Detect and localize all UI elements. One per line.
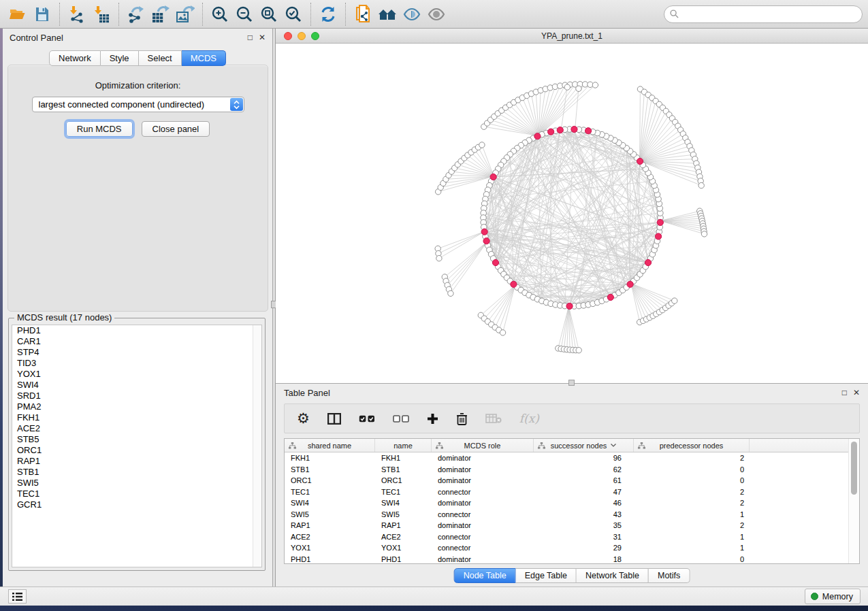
delete-icon[interactable] (456, 408, 468, 429)
float-panel-icon[interactable]: □ (248, 33, 253, 42)
table-row-yox1[interactable]: YOX1YOX1connector291 (285, 542, 859, 554)
network-window-titlebar[interactable]: YPA_prune.txt_1 (276, 29, 868, 44)
cell-predecessor-nodes: 1 (634, 533, 750, 541)
cell-mcds-role: dominator (432, 454, 534, 462)
status-bar: Memory (0, 587, 868, 606)
cell-successor-nodes: 96 (534, 454, 634, 462)
cell-successor-nodes: 35 (534, 521, 634, 529)
table-row-rap1[interactable]: RAP1RAP1dominator352 (285, 520, 859, 531)
import-network-icon[interactable] (65, 3, 89, 25)
result-node[interactable]: STP4 (12, 347, 261, 358)
result-node[interactable]: FKH1 (12, 412, 261, 423)
result-node[interactable]: SWI5 (12, 478, 261, 489)
close-panel-button[interactable]: Close panel (142, 121, 210, 137)
result-node[interactable]: TEC1 (12, 489, 261, 499)
import-table-icon[interactable] (89, 3, 114, 25)
zoom-out-icon[interactable] (232, 3, 257, 25)
run-mcds-button[interactable]: Run MCDS (66, 121, 133, 137)
column-header-successor-nodes[interactable]: successor nodes (534, 439, 634, 452)
first-neighbors-icon[interactable] (375, 3, 400, 25)
result-node[interactable]: SRD1 (12, 391, 261, 401)
result-node[interactable]: RAP1 (12, 456, 261, 467)
column-header-mcds-role[interactable]: MCDS role (432, 439, 534, 452)
cell-predecessor-nodes: 0 (634, 476, 750, 484)
table-settings-icon[interactable]: ⚙ (297, 408, 310, 429)
export-image-icon[interactable] (173, 3, 197, 25)
control-panel-title: Control Panel (10, 33, 63, 43)
toggle-graphics-details-icon[interactable] (400, 3, 424, 25)
zoom-in-icon[interactable] (208, 3, 232, 25)
search-input[interactable] (664, 5, 863, 23)
result-node[interactable]: ACE2 (12, 423, 261, 434)
optimization-criterion-select[interactable]: largest connected component (undirected) (32, 97, 244, 112)
tab-select[interactable]: Select (139, 50, 182, 66)
add-icon[interactable] (427, 408, 438, 429)
tab-motifs[interactable]: Motifs (649, 568, 690, 583)
birds-eye-view-icon[interactable] (424, 3, 449, 25)
result-node[interactable]: CAR1 (12, 336, 261, 347)
cell-name: PHD1 (375, 555, 432, 563)
float-panel-icon[interactable]: □ (842, 389, 847, 397)
mcds-result-title: MCDS result (17 nodes) (14, 312, 114, 323)
table-row-swi4[interactable]: SWI4SWI4dominator462 (285, 497, 859, 509)
tab-edge-table[interactable]: Edge Table (516, 568, 577, 583)
cell-successor-nodes: 61 (534, 476, 634, 484)
cell-shared-name: PHD1 (285, 555, 375, 563)
tab-network[interactable]: Network (49, 50, 101, 66)
zoom-selected-icon[interactable] (281, 3, 306, 25)
clone-network-icon[interactable] (351, 3, 375, 25)
result-node[interactable]: SWI4 (12, 380, 261, 391)
result-node[interactable]: ORC1 (12, 445, 261, 456)
export-network-icon[interactable] (124, 3, 148, 25)
export-table-icon[interactable] (148, 3, 173, 25)
result-node[interactable]: TID3 (12, 358, 261, 369)
open-folder-icon[interactable] (5, 3, 30, 25)
table-scrollbar[interactable] (848, 439, 859, 563)
task-history-button[interactable] (8, 589, 27, 604)
tab-mcds[interactable]: MCDS (182, 50, 226, 66)
network-canvas[interactable] (276, 44, 868, 383)
show-columns-icon[interactable] (327, 408, 341, 429)
result-node[interactable]: GCR1 (12, 499, 261, 510)
mcds-result-list[interactable]: PHD1CAR1STP4TID3YOX1SWI4SRD1PMA2FKH1ACE2… (12, 325, 262, 567)
memory-button[interactable]: Memory (805, 589, 861, 604)
cell-mcds-role: dominator (432, 476, 534, 484)
table-header-row: shared namenameMCDS rolesuccessor nodesp… (285, 439, 859, 452)
result-list-scrollbar[interactable] (253, 325, 261, 567)
table-row-orc1[interactable]: ORC1ORC1dominator610 (285, 475, 859, 486)
result-node[interactable]: PHD1 (12, 325, 261, 336)
close-panel-icon[interactable]: ✕ (259, 33, 266, 42)
close-panel-icon[interactable]: ✕ (853, 389, 860, 397)
cell-mcds-role: connector (432, 533, 534, 541)
horizontal-splitter-handle[interactable] (568, 380, 575, 386)
table-row-stb1[interactable]: STB1STB1dominator620 (285, 464, 859, 476)
table-scrollbar-thumb[interactable] (851, 442, 857, 495)
cell-shared-name: STB1 (285, 465, 375, 474)
tab-node-table[interactable]: Node Table (454, 568, 516, 583)
table-row-phd1[interactable]: PHD1PHD1dominator180 (285, 554, 859, 565)
cell-predecessor-nodes: 2 (634, 499, 750, 507)
result-node[interactable]: STB1 (12, 467, 261, 478)
column-header-filler (750, 439, 848, 452)
zoom-fit-icon[interactable] (257, 3, 281, 25)
cell-successor-nodes: 43 (534, 510, 634, 518)
table-row-fkh1[interactable]: FKH1FKH1dominator962 (285, 452, 859, 464)
save-icon[interactable] (30, 3, 54, 25)
table-row-tec1[interactable]: TEC1TEC1connector472 (285, 486, 859, 498)
tab-style[interactable]: Style (101, 50, 139, 66)
deselect-all-icon[interactable] (393, 408, 409, 429)
layout-refresh-icon[interactable] (316, 3, 340, 25)
result-node[interactable]: YOX1 (12, 369, 261, 380)
result-node[interactable]: STB5 (12, 434, 261, 445)
result-node[interactable]: PMA2 (12, 401, 261, 412)
column-header-predecessor-nodes[interactable]: predecessor nodes (634, 439, 750, 452)
cell-predecessor-nodes: 2 (634, 488, 750, 496)
table-row-swi5[interactable]: SWI5SWI5connector431 (285, 509, 859, 521)
select-all-icon[interactable] (359, 408, 375, 429)
tab-network-table[interactable]: Network Table (577, 568, 649, 583)
column-header-name[interactable]: name (375, 439, 432, 452)
cell-predecessor-nodes: 0 (634, 555, 750, 563)
column-header-shared-name[interactable]: shared name (285, 439, 375, 452)
table-tabs: Node TableEdge TableNetwork TableMotifs (454, 568, 690, 583)
table-row-ace2[interactable]: ACE2ACE2connector311 (285, 531, 859, 543)
